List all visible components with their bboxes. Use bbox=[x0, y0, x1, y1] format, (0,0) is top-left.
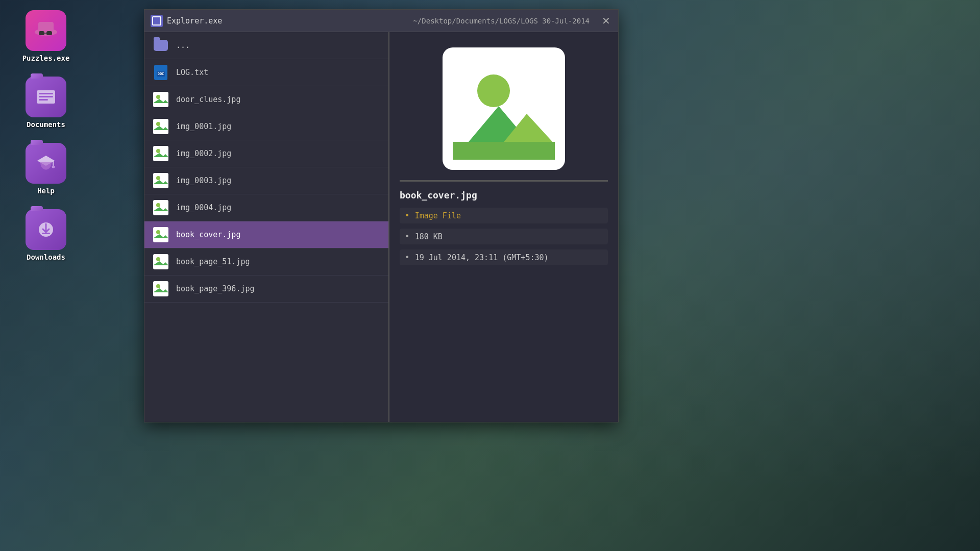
svg-point-15 bbox=[156, 95, 160, 99]
puzzles-label: Puzzles.exe bbox=[22, 54, 70, 62]
file-name-log: LOG.txt bbox=[176, 68, 208, 77]
preview-info: book_cover.jpg Image File 180 KB 19 Jul … bbox=[400, 180, 608, 270]
image-icon-book-page51 bbox=[153, 254, 169, 270]
puzzles-icon bbox=[26, 10, 66, 51]
svg-point-36 bbox=[156, 284, 160, 288]
doc-icon bbox=[153, 64, 169, 81]
svg-point-24 bbox=[156, 176, 160, 180]
svg-rect-35 bbox=[153, 281, 168, 296]
svg-point-30 bbox=[156, 230, 160, 234]
desktop-icon-area: Puzzles.exe Documents Help bbox=[0, 0, 92, 551]
help-icon bbox=[26, 143, 66, 184]
documents-icon bbox=[26, 77, 66, 117]
svg-rect-17 bbox=[153, 119, 168, 134]
file-item-img0003[interactable]: img_0003.jpg bbox=[144, 167, 388, 194]
file-name-book-page396: book_page_396.jpg bbox=[176, 284, 255, 293]
file-item-back[interactable]: ... bbox=[144, 32, 388, 59]
svg-rect-29 bbox=[153, 227, 168, 242]
titlebar-icon bbox=[151, 15, 163, 27]
svg-point-21 bbox=[156, 149, 160, 153]
explorer-window: Explorer.exe ~/Desktop/Documents/LOGS/LO… bbox=[144, 9, 619, 422]
svg-rect-13 bbox=[42, 233, 50, 234]
desktop-icon-help[interactable]: Help bbox=[5, 138, 87, 200]
svg-point-33 bbox=[156, 257, 160, 261]
file-name-img0001: img_0001.jpg bbox=[176, 122, 231, 131]
documents-label: Documents bbox=[27, 120, 65, 129]
desktop-icon-puzzles[interactable]: Puzzles.exe bbox=[5, 5, 87, 67]
downloads-label: Downloads bbox=[27, 253, 65, 261]
close-button[interactable]: ✕ bbox=[600, 15, 612, 27]
desktop-icon-documents[interactable]: Documents bbox=[5, 71, 87, 134]
svg-rect-23 bbox=[153, 173, 168, 188]
preview-detail-type: Image File bbox=[400, 208, 608, 223]
folder-back-icon bbox=[153, 37, 169, 54]
image-icon-book-cover bbox=[153, 227, 169, 243]
svg-rect-6 bbox=[39, 93, 53, 94]
svg-point-27 bbox=[156, 203, 160, 207]
file-item-img0004[interactable]: img_0004.jpg bbox=[144, 194, 388, 221]
window-title: Explorer.exe bbox=[167, 16, 413, 26]
image-icon-img0003 bbox=[153, 172, 169, 189]
preview-filename: book_cover.jpg bbox=[400, 190, 608, 201]
file-item-img0001[interactable]: img_0001.jpg bbox=[144, 113, 388, 140]
svg-point-11 bbox=[52, 166, 55, 168]
svg-rect-20 bbox=[153, 146, 168, 161]
svg-rect-14 bbox=[153, 92, 168, 107]
image-icon-img0002 bbox=[153, 145, 169, 162]
file-name-book-cover: book_cover.jpg bbox=[176, 230, 240, 239]
preview-detail-size: 180 KB bbox=[400, 229, 608, 244]
svg-rect-32 bbox=[153, 254, 168, 269]
file-item-log[interactable]: LOG.txt bbox=[144, 59, 388, 86]
file-name-back: ... bbox=[176, 41, 190, 50]
file-name-book-page51: book_page_51.jpg bbox=[176, 257, 250, 266]
file-item-book-page396[interactable]: book_page_396.jpg bbox=[144, 276, 388, 303]
window-body: ... LOG.txt door_clues.jpg bbox=[144, 32, 618, 422]
file-name-img0003: img_0003.jpg bbox=[176, 176, 231, 185]
file-list[interactable]: ... LOG.txt door_clues.jpg bbox=[144, 32, 389, 422]
file-item-book-page51[interactable]: book_page_51.jpg bbox=[144, 248, 388, 276]
file-name-img0002: img_0002.jpg bbox=[176, 149, 231, 158]
preview-image bbox=[443, 47, 565, 170]
svg-rect-3 bbox=[46, 31, 52, 35]
svg-rect-2 bbox=[39, 31, 44, 35]
preview-pane: book_cover.jpg Image File 180 KB 19 Jul … bbox=[389, 32, 618, 422]
svg-rect-7 bbox=[39, 96, 53, 97]
svg-rect-1 bbox=[38, 22, 54, 32]
image-icon-img0004 bbox=[153, 199, 169, 216]
image-icon-door-clues bbox=[153, 91, 169, 108]
help-label: Help bbox=[37, 187, 55, 195]
file-item-door-clues[interactable]: door_clues.jpg bbox=[144, 86, 388, 113]
svg-rect-26 bbox=[153, 200, 168, 215]
svg-point-39 bbox=[477, 74, 510, 107]
file-item-book-cover[interactable]: book_cover.jpg bbox=[144, 221, 388, 248]
svg-rect-8 bbox=[39, 99, 48, 101]
preview-detail-date: 19 Jul 2014, 23:11 (GMT+5:30) bbox=[400, 249, 608, 265]
window-path: ~/Desktop/Documents/LOGS/LOGS 30-Jul-201… bbox=[413, 17, 590, 25]
svg-point-18 bbox=[156, 122, 160, 126]
downloads-icon bbox=[26, 209, 66, 250]
titlebar: Explorer.exe ~/Desktop/Documents/LOGS/LO… bbox=[144, 10, 618, 32]
image-icon-book-page396 bbox=[153, 281, 169, 297]
image-icon-img0001 bbox=[153, 118, 169, 135]
svg-rect-42 bbox=[453, 142, 555, 160]
file-name-door-clues: door_clues.jpg bbox=[176, 95, 240, 104]
file-item-img0002[interactable]: img_0002.jpg bbox=[144, 140, 388, 167]
desktop-icon-downloads[interactable]: Downloads bbox=[5, 204, 87, 266]
file-name-img0004: img_0004.jpg bbox=[176, 203, 231, 212]
